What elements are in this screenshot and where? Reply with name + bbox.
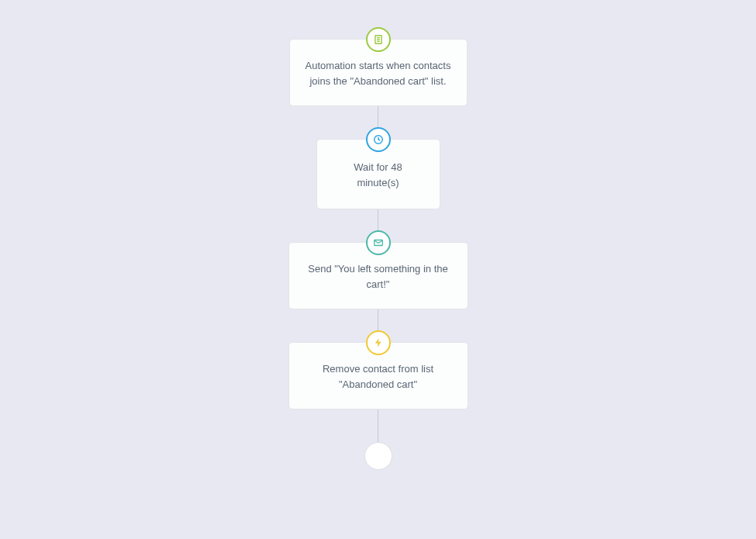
wait-node[interactable]: Wait for 48 minute(s) bbox=[316, 139, 440, 209]
action-node[interactable]: Remove contact from list "Abandoned cart… bbox=[288, 342, 468, 409]
clock-icon bbox=[366, 127, 391, 152]
bolt-icon bbox=[366, 330, 391, 355]
node-text: Automation starts when contacts joins th… bbox=[306, 60, 451, 87]
workflow-node-wait: Wait for 48 minute(s) bbox=[316, 139, 440, 209]
trigger-node[interactable]: Automation starts when contacts joins th… bbox=[289, 39, 468, 106]
workflow-node-trigger: Automation starts when contacts joins th… bbox=[289, 39, 468, 106]
connector-line bbox=[378, 409, 378, 442]
workflow-canvas: Automation starts when contacts joins th… bbox=[288, 0, 468, 470]
envelope-icon bbox=[366, 230, 391, 255]
node-text: Send "You left something in the cart!" bbox=[308, 263, 447, 290]
list-icon bbox=[366, 27, 391, 52]
workflow-node-action: Remove contact from list "Abandoned cart… bbox=[288, 342, 468, 409]
add-step-button[interactable] bbox=[364, 442, 392, 470]
node-text: Remove contact from list "Abandoned cart… bbox=[323, 363, 433, 390]
email-node[interactable]: Send "You left something in the cart!" bbox=[288, 242, 468, 309]
node-text: Wait for 48 minute(s) bbox=[354, 161, 402, 188]
workflow-node-email: Send "You left something in the cart!" bbox=[288, 242, 468, 309]
